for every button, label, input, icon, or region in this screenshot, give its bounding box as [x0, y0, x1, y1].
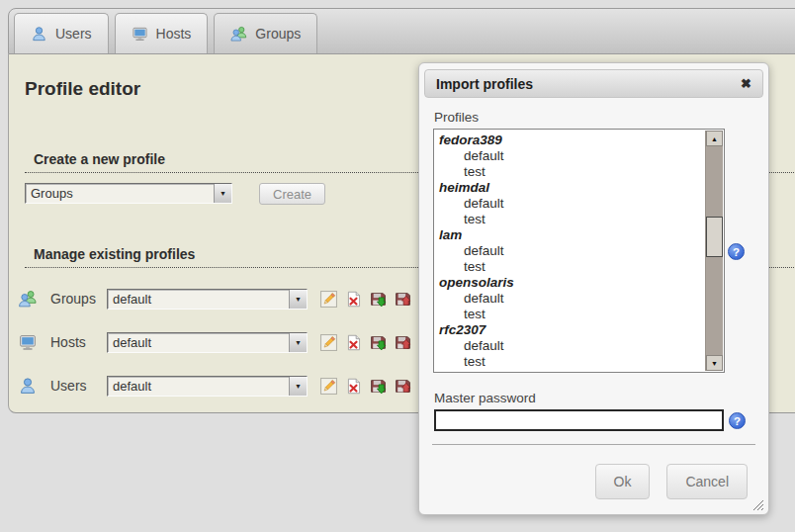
- help-icon[interactable]: ?: [729, 412, 746, 429]
- hosts-profile-select-value: default: [108, 333, 289, 352]
- tab-users-label: Users: [55, 26, 92, 42]
- create-profile-row: Groups ▼ Create: [25, 183, 325, 205]
- host-icon: [132, 26, 148, 43]
- help-icon[interactable]: ?: [728, 243, 745, 260]
- profile-type-select-value: Groups: [26, 184, 214, 203]
- hosts-profile-select[interactable]: default ▼: [107, 332, 308, 353]
- tab-users[interactable]: Users: [14, 13, 109, 53]
- import-profile-icon[interactable]: [370, 378, 387, 395]
- profile-option[interactable]: default: [439, 338, 700, 354]
- create-button[interactable]: Create: [259, 183, 325, 205]
- dialog-titlebar[interactable]: Import profiles ✖: [424, 69, 763, 98]
- profile-option[interactable]: default: [439, 148, 700, 164]
- master-password-label: Master password: [434, 391, 536, 405]
- cancel-button[interactable]: Cancel: [666, 464, 748, 499]
- import-profile-icon[interactable]: [370, 291, 387, 308]
- edit-profile-icon[interactable]: [320, 334, 337, 351]
- profile-group-name: lam: [439, 227, 700, 243]
- host-icon: [18, 333, 38, 352]
- tab-hosts-label: Hosts: [156, 26, 192, 42]
- export-profile-icon[interactable]: [395, 378, 411, 395]
- dialog-buttons: Ok Cancel: [595, 464, 748, 499]
- tab-list: Users Hosts Groups: [14, 13, 317, 53]
- scrollbar-thumb[interactable]: [706, 217, 723, 257]
- resize-handle-icon[interactable]: [751, 496, 763, 509]
- master-password-input[interactable]: [434, 409, 724, 431]
- export-profile-icon[interactable]: [395, 291, 411, 308]
- import-profiles-dialog: Import profiles ✖ Profiles fedora389 def…: [418, 62, 769, 515]
- tab-hosts[interactable]: Hosts: [115, 13, 209, 53]
- manage-row-users: Users default ▼: [18, 375, 415, 397]
- dialog-divider: [432, 444, 755, 445]
- manage-row-groups: Groups default ▼: [18, 288, 415, 310]
- profiles-label: Profiles: [434, 110, 479, 125]
- profile-option[interactable]: test: [439, 354, 700, 370]
- profile-group-name: heimdal: [439, 180, 700, 196]
- tab-groups[interactable]: Groups: [214, 13, 317, 53]
- profiles-listbox[interactable]: fedora389 default test heimdal default t…: [433, 129, 725, 373]
- user-icon: [31, 26, 47, 43]
- chevron-down-icon[interactable]: ▼: [289, 377, 307, 396]
- close-icon[interactable]: ✖: [741, 77, 751, 90]
- user-icon: [18, 377, 38, 396]
- import-profile-icon[interactable]: [370, 334, 387, 351]
- profile-group-name: opensolaris: [439, 275, 700, 291]
- manage-row-label: Groups: [50, 291, 107, 307]
- tab-strip: Users Hosts Groups: [8, 8, 795, 54]
- tab-groups-label: Groups: [255, 26, 301, 42]
- export-profile-icon[interactable]: [395, 334, 411, 351]
- chevron-down-icon[interactable]: ▼: [289, 333, 307, 352]
- groups-icon: [18, 290, 38, 309]
- listbox-scrollbar[interactable]: ▲ ▼: [705, 131, 723, 371]
- delete-profile-icon[interactable]: [345, 334, 362, 351]
- profile-option[interactable]: test: [439, 259, 700, 275]
- groups-profile-select-value: default: [108, 290, 289, 309]
- delete-profile-icon[interactable]: [345, 378, 362, 395]
- profile-option[interactable]: test: [439, 164, 700, 180]
- manage-row-label: Hosts: [50, 334, 107, 350]
- chevron-down-icon[interactable]: ▼: [289, 290, 307, 309]
- chevron-down-icon[interactable]: ▼: [214, 184, 231, 203]
- ok-button[interactable]: Ok: [595, 464, 651, 499]
- page-title: Profile editor: [25, 78, 140, 100]
- profile-option[interactable]: default: [439, 291, 700, 307]
- users-profile-select-value: default: [108, 377, 289, 396]
- profile-type-select[interactable]: Groups ▼: [25, 183, 232, 204]
- profile-option[interactable]: default: [439, 243, 700, 259]
- users-profile-select[interactable]: default ▼: [107, 376, 308, 397]
- delete-profile-icon[interactable]: [345, 291, 362, 308]
- groups-profile-select[interactable]: default ▼: [107, 289, 308, 310]
- manage-row-label: Users: [50, 378, 107, 394]
- manage-row-hosts: Hosts default ▼: [18, 331, 415, 353]
- edit-profile-icon[interactable]: [320, 378, 337, 395]
- profile-group-name: fedora389: [439, 133, 700, 148]
- edit-profile-icon[interactable]: [320, 291, 337, 308]
- dialog-title: Import profiles: [436, 76, 741, 92]
- profile-option[interactable]: test: [439, 307, 700, 322]
- profile-group-name: rfc2307: [439, 322, 700, 338]
- scroll-up-icon[interactable]: ▲: [706, 131, 723, 146]
- groups-icon: [230, 26, 247, 43]
- profile-option[interactable]: test: [439, 212, 700, 227]
- scroll-down-icon[interactable]: ▼: [706, 355, 723, 371]
- profile-option[interactable]: default: [439, 196, 700, 212]
